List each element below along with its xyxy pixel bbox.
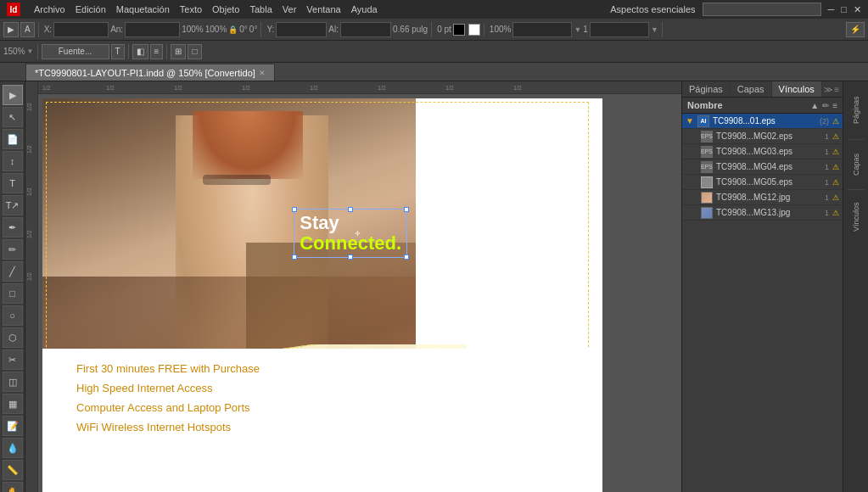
link-item-2[interactable]: EPS TC9908...MG03.eps 1 ⚠ (682, 144, 843, 159)
coords-group: X: 2.28 pulg An: 1.114 pulg 100% 100% 🔒 … (44, 22, 262, 37)
link-item-0[interactable]: ▼ AI TC9908...01.eps (2) ⚠ (682, 114, 843, 129)
zoom-label: 150% (3, 47, 25, 56)
tool-mode-btn[interactable]: A (20, 22, 35, 37)
tool-scissors[interactable]: ✂ (3, 349, 23, 370)
arrange-btn[interactable]: ◧ (132, 44, 148, 59)
tool-type-path[interactable]: T↗ (3, 195, 23, 215)
tab-capas[interactable]: Capas (731, 81, 772, 97)
minimize-btn[interactable]: ─ (828, 4, 835, 14)
mode-btn[interactable]: □ (188, 44, 201, 59)
font-btn[interactable]: Fuente... (42, 44, 109, 59)
tool-line[interactable]: ╱ (3, 261, 23, 282)
tool-gap[interactable]: ↕ (3, 151, 23, 171)
tool-pencil[interactable]: ✏ (3, 239, 23, 260)
lock-icon: 🔒 (228, 25, 238, 34)
tool-page[interactable]: 📄 (3, 129, 23, 149)
link-menu-icon[interactable]: ≡ (832, 101, 837, 110)
right-vinculos-btn[interactable]: Vínculos (846, 193, 866, 240)
link-item-3[interactable]: EPS TC9908...MG04.eps 1 ⚠ (682, 159, 843, 175)
amenity-line-1: First 30 minutes FREE with Purchase (76, 362, 568, 375)
link-name-4: TC9908...MG05.eps (716, 177, 821, 187)
tool-note[interactable]: 📝 (3, 416, 23, 436)
panel-collapse-btn[interactable]: ≫ (824, 85, 832, 94)
link-item-4[interactable]: TC9908...MG05.eps 1 ⚠ (682, 175, 843, 190)
h-label: 0.66 pulg (393, 25, 428, 34)
al-label: Al: (328, 25, 339, 34)
menu-objeto[interactable]: Objeto (212, 4, 239, 14)
link-item-5[interactable]: TC9908...MG12.jpg 1 ⚠ (682, 190, 843, 205)
an-label: An: (110, 25, 123, 34)
handle-tl (292, 207, 297, 212)
tool-rect[interactable]: □ (3, 283, 23, 304)
menu-archivo[interactable]: Archivo (34, 4, 65, 14)
stroke-label: 0 pt (437, 25, 451, 34)
menu-bar-right: Aspectos esenciales ─ □ ✕ (610, 3, 861, 16)
tool-eyedropper[interactable]: 💧 (3, 438, 23, 458)
an-input[interactable]: 1.114 pulg (125, 22, 180, 37)
fill-color-block[interactable] (468, 24, 480, 36)
links-list[interactable]: ▼ AI TC9908...01.eps (2) ⚠ EPS TC9908...… (682, 114, 843, 492)
style-btn[interactable]: T (111, 44, 125, 59)
document-tab[interactable]: *TC9990801-LAYOUT-PI1.indd @ 150% [Conve… (25, 64, 275, 81)
align-btn[interactable]: ≡ (150, 44, 164, 59)
link-item-1[interactable]: EPS TC9908...MG02.eps 1 ⚠ (682, 129, 843, 144)
link-name-6: TC9908...MG13.jpg (716, 208, 821, 217)
canvas-area[interactable]: 1/2 1/2 1/2 1/2 1/2 1/2 1/2 1/2 1/2 1/2 … (25, 81, 681, 492)
x-input[interactable]: 2.28 pulg (53, 22, 109, 37)
tool-color-gradient[interactable]: ▦ (3, 394, 23, 414)
link-folder-icon: ▼ (686, 116, 694, 126)
link-num-0: (2) (820, 117, 829, 126)
view-btn[interactable]: ⊞ (171, 44, 186, 59)
tab-paginas[interactable]: Páginas (682, 81, 731, 97)
tool-polygon[interactable]: ⬡ (3, 327, 23, 348)
tool-type[interactable]: T (3, 173, 23, 193)
stroke-color-block[interactable] (453, 24, 465, 36)
right-paginas-btn[interactable]: Páginas (846, 85, 866, 136)
search-input[interactable] (703, 3, 821, 16)
menu-edicion[interactable]: Edición (76, 4, 106, 14)
link-num-6: 1 (825, 209, 829, 217)
maximize-btn[interactable]: □ (841, 4, 847, 14)
tab-filename: *TC9990801-LAYOUT-PI1.indd @ 150% [Conve… (35, 68, 255, 78)
svg-text:1/2: 1/2 (445, 85, 454, 91)
link-num-1: 1 (825, 132, 829, 141)
zoom-dropdown-icon[interactable]: ▼ (27, 48, 34, 55)
menu-ver[interactable]: Ver (283, 4, 297, 14)
link-name-0: TC9908...01.eps (713, 116, 816, 126)
link-edit-icon[interactable]: ✏ (822, 101, 829, 110)
text-content-area: First 30 minutes FREE with Purchase High… (42, 349, 602, 492)
right-sep2 (848, 189, 865, 190)
tool-measure[interactable]: 📏 (3, 460, 23, 480)
menu-tabla[interactable]: Tabla (249, 4, 272, 14)
coord2-input[interactable]: 0.1667 pulg (590, 22, 649, 37)
coord1-input[interactable]: 0.1667 pulg (512, 22, 572, 37)
right-panels: Páginas Capas Vínculos ≫ ≡ Nombre ▲ ✏ ≡ … (681, 81, 843, 492)
menu-maquetacion[interactable]: Maquetación (116, 4, 170, 14)
al-input[interactable]: 0.57 pulg (340, 22, 391, 37)
tool-gradient[interactable]: ◫ (3, 372, 23, 392)
close-btn[interactable]: ✕ (854, 4, 861, 15)
tool-ellipse[interactable]: ○ (3, 305, 23, 326)
link-thumb-1: EPS (701, 131, 713, 143)
tab-close-btn[interactable]: ✕ (259, 69, 266, 77)
stay-connected-box[interactable]: Stay Connected. (294, 209, 407, 258)
right-capas-btn[interactable]: Capas (846, 143, 866, 186)
link-item-6[interactable]: TC9908...MG13.jpg 1 ⚠ (682, 205, 843, 221)
link-num-4: 1 (825, 178, 829, 187)
tool-selection[interactable]: ▶ (3, 85, 23, 105)
extra-btn[interactable]: ⚡ (846, 22, 865, 37)
link-num-2: 1 (825, 148, 829, 156)
y-input[interactable]: 2.28 pulg (276, 22, 327, 37)
panel-menu-btn[interactable]: ≡ (834, 85, 839, 94)
svg-text:1/2: 1/2 (26, 230, 32, 238)
tool-direct-selection[interactable]: ↖ (3, 107, 23, 127)
tool-pen[interactable]: ✒ (3, 217, 23, 238)
handle-bc (348, 254, 353, 260)
menu-ventana[interactable]: Ventana (306, 4, 340, 14)
link-sort-icon[interactable]: ▲ (810, 101, 819, 110)
selection-tool-btn[interactable]: ▶ (3, 22, 19, 37)
tool-hand[interactable]: ✋ (3, 482, 23, 492)
menu-texto[interactable]: Texto (180, 4, 202, 14)
tab-vinculos[interactable]: Vínculos (772, 81, 822, 97)
menu-ayuda[interactable]: Ayuda (351, 4, 378, 14)
